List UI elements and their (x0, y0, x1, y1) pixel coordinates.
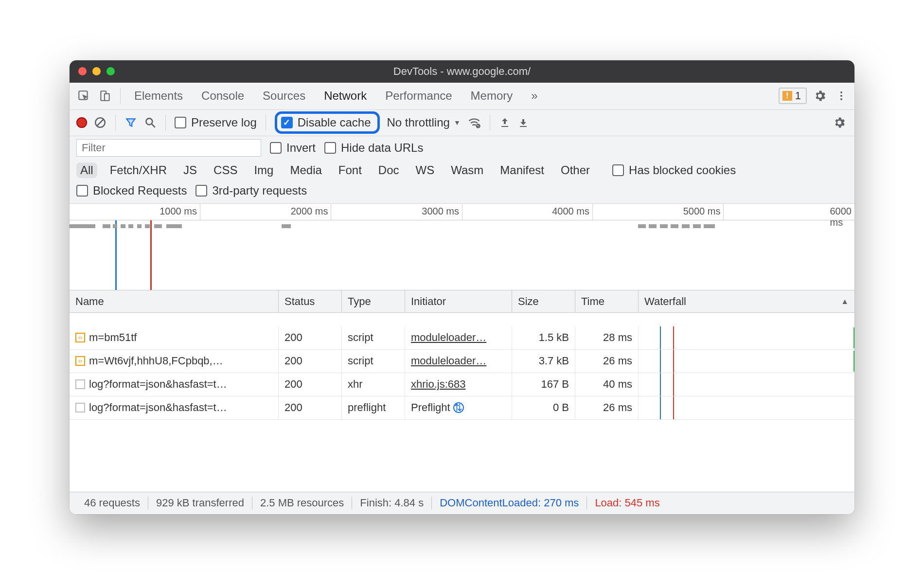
throttling-dropdown[interactable]: No throttling ▼ (387, 116, 460, 129)
request-type: xhr (342, 373, 405, 396)
request-initiator: Preflight⇅ (405, 396, 512, 419)
table-row[interactable]: log?format=json&hasfast=t… 200 xhr xhrio… (70, 373, 854, 396)
has-blocked-cookies-checkbox[interactable]: Has blocked cookies (612, 163, 736, 177)
checkbox-icon (175, 117, 186, 128)
warning-icon: ! (782, 91, 792, 101)
inspect-element-icon[interactable] (75, 88, 92, 104)
col-type[interactable]: Type (342, 290, 405, 313)
waterfall-cell (639, 350, 854, 373)
checkbox-icon (195, 185, 207, 197)
tab-console[interactable]: Console (195, 89, 251, 103)
request-size: 167 B (512, 373, 575, 396)
col-initiator[interactable]: Initiator (405, 290, 512, 313)
preserve-log-label: Preserve log (191, 116, 257, 129)
svg-line-7 (97, 120, 104, 126)
request-name: m=bm51tf (89, 331, 137, 344)
toggle-device-icon[interactable] (97, 88, 113, 104)
waterfall-cell (639, 396, 854, 419)
request-initiator: moduleloader… (405, 326, 512, 349)
tick-label: 3000 ms (422, 206, 462, 217)
disable-cache-highlight: Disable cache (275, 111, 380, 134)
file-icon (75, 403, 85, 413)
tabs-overflow[interactable]: » (524, 89, 544, 103)
checkbox-icon (76, 185, 88, 197)
initiator-link[interactable]: xhrio.js:683 (411, 378, 466, 391)
minimize-window-button[interactable] (92, 67, 101, 75)
network-settings-gear-icon[interactable] (831, 114, 848, 131)
file-icon: ‹› (75, 356, 85, 366)
type-chip-img[interactable]: Img (250, 162, 277, 178)
hide-data-urls-checkbox[interactable]: Hide data URLs (324, 141, 423, 155)
table-header: Name Status Type Initiator Size Time Wat… (70, 290, 854, 313)
record-button[interactable] (76, 117, 87, 128)
more-menu-icon[interactable] (833, 88, 850, 104)
search-icon[interactable] (144, 116, 157, 129)
initiator-link[interactable]: moduleloader… (411, 355, 486, 367)
filter-row-types: All Fetch/XHR JS CSS Img Media Font Doc … (70, 160, 854, 181)
third-party-checkbox[interactable]: 3rd-party requests (195, 184, 307, 197)
invert-checkbox[interactable]: Invert (270, 141, 316, 155)
separator (490, 115, 490, 130)
type-chip-wasm[interactable]: Wasm (447, 162, 487, 178)
svg-point-3 (840, 91, 842, 93)
overview-ruler: 1000 ms 2000 ms 3000 ms 4000 ms 5000 ms … (70, 204, 854, 220)
filter-row-3: Blocked Requests 3rd-party requests (70, 181, 854, 204)
settings-gear-icon[interactable] (812, 88, 828, 104)
request-type: preflight (342, 396, 405, 419)
network-conditions-icon[interactable] (467, 116, 481, 129)
disable-cache-checkbox[interactable]: Disable cache (281, 116, 371, 129)
traffic-lights (78, 67, 115, 75)
filter-input[interactable] (76, 139, 261, 157)
type-chip-js[interactable]: JS (179, 162, 201, 178)
blocked-requests-checkbox[interactable]: Blocked Requests (76, 184, 187, 197)
status-dcl: DOMContentLoaded: 270 ms (432, 497, 587, 509)
tab-elements[interactable]: Elements (127, 89, 190, 103)
hide-data-urls-label: Hide data URLs (341, 141, 423, 155)
table-row[interactable]: log?format=json&hasfast=t… 200 preflight… (70, 396, 854, 420)
table-row[interactable]: ‹›m=bm51tf 200 script moduleloader… 1.5 … (70, 313, 854, 350)
requests-table: Name Status Type Initiator Size Time Wat… (70, 290, 854, 492)
type-chip-other[interactable]: Other (557, 162, 594, 178)
type-chip-all[interactable]: All (76, 162, 97, 178)
separator (266, 115, 266, 130)
clear-button[interactable] (94, 116, 107, 129)
maximize-window-button[interactable] (107, 67, 115, 75)
type-chip-css[interactable]: CSS (210, 162, 241, 178)
table-row[interactable]: ‹›m=Wt6vjf,hhhU8,FCpbqb,… 200 script mod… (70, 350, 854, 373)
network-toolbar: Preserve log Disable cache No throttling… (70, 110, 854, 136)
close-window-button[interactable] (78, 67, 87, 75)
type-chip-ws[interactable]: WS (412, 162, 439, 178)
request-status: 200 (279, 326, 342, 349)
waterfall-cell (639, 326, 854, 349)
third-party-label: 3rd-party requests (212, 184, 307, 197)
request-initiator: xhrio.js:683 (405, 373, 512, 396)
filter-row-1: Invert Hide data URLs (70, 136, 854, 160)
filter-toggle-icon[interactable] (124, 116, 137, 129)
col-size[interactable]: Size (512, 290, 575, 313)
col-time[interactable]: Time (575, 290, 639, 313)
import-har-icon[interactable] (499, 117, 511, 128)
status-finish: Finish: 4.84 s (352, 497, 432, 509)
tab-sources[interactable]: Sources (256, 89, 312, 103)
col-waterfall[interactable]: Waterfall ▲ (639, 290, 854, 313)
devtools-window: DevTools - www.google.com/ Elements Cons… (70, 60, 854, 514)
tab-memory[interactable]: Memory (464, 89, 520, 103)
type-chip-font[interactable]: Font (335, 162, 366, 178)
tick-label: 1000 ms (160, 206, 200, 217)
type-chip-manifest[interactable]: Manifest (496, 162, 548, 178)
type-chip-media[interactable]: Media (286, 162, 325, 178)
tab-network[interactable]: Network (317, 89, 373, 103)
type-chip-fetchxhr[interactable]: Fetch/XHR (106, 162, 171, 178)
overview-timeline[interactable]: 1000 ms 2000 ms 3000 ms 4000 ms 5000 ms … (70, 204, 854, 290)
preserve-log-checkbox[interactable]: Preserve log (175, 116, 257, 129)
col-status[interactable]: Status (279, 290, 342, 313)
export-har-icon[interactable] (517, 117, 529, 128)
col-name[interactable]: Name (70, 290, 279, 313)
overview-graph (70, 224, 854, 290)
initiator-link[interactable]: moduleloader… (411, 331, 486, 344)
issues-badge[interactable]: ! 1 (779, 88, 807, 104)
svg-line-9 (152, 124, 155, 127)
tab-performance[interactable]: Performance (378, 89, 459, 103)
type-chip-doc[interactable]: Doc (374, 162, 403, 178)
request-type: script (342, 326, 405, 349)
